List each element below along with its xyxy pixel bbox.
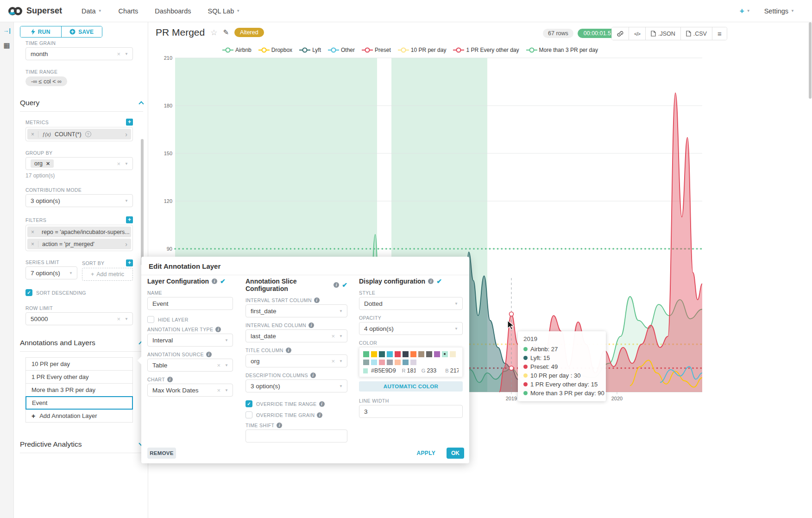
- color-swatch[interactable]: [450, 351, 456, 357]
- color-swatch[interactable]: [418, 351, 424, 357]
- automatic-color-button[interactable]: AUTOMATIC COLOR: [359, 381, 463, 392]
- color-swatch[interactable]: [387, 360, 393, 366]
- series-limit-select[interactable]: 7 option(s) ▼: [25, 266, 77, 279]
- color-swatch[interactable]: [379, 351, 385, 357]
- color-swatch[interactable]: [363, 360, 369, 366]
- description-columns-select[interactable]: 3 option(s) ▼: [245, 379, 347, 392]
- legend-item[interactable]: Airbnb: [222, 47, 252, 53]
- chevron-down-icon[interactable]: ▼: [339, 384, 343, 388]
- group-by-tag[interactable]: org✕: [31, 159, 54, 168]
- override-time-range-row[interactable]: ✓ OVERRIDE TIME RANGEi: [245, 400, 347, 407]
- sort-descending-row[interactable]: ✓ SORT DESCENDING: [25, 289, 133, 296]
- layer-type-select[interactable]: Interval ▼: [147, 334, 233, 347]
- sort-by-add-metric[interactable]: + Add metric: [82, 268, 133, 281]
- color-swatch[interactable]: [363, 351, 369, 357]
- b-value[interactable]: 217: [450, 367, 459, 374]
- window-scrollbar[interactable]: [809, 22, 812, 99]
- sort-descending-checkbox[interactable]: ✓: [25, 289, 32, 296]
- nav-item-data[interactable]: Data▼: [82, 7, 102, 15]
- hide-layer-row[interactable]: HIDE LAYER: [147, 316, 233, 323]
- more-options-button[interactable]: ≡: [712, 27, 727, 40]
- title-column-select[interactable]: org ×▼: [245, 354, 347, 367]
- line-width-input[interactable]: 3: [359, 405, 463, 418]
- color-swatch[interactable]: [371, 351, 377, 357]
- override-time-grain-row[interactable]: OVERRIDE TIME GRAINi: [245, 411, 347, 418]
- g-value[interactable]: 233: [427, 367, 436, 374]
- add-annotation-layer-row[interactable]: + Add Annotation Layer: [25, 409, 133, 423]
- apply-button[interactable]: APPLY: [412, 448, 440, 459]
- legend-item[interactable]: More than 3 PR per day: [526, 47, 598, 53]
- legend-item[interactable]: 10 PR per day: [397, 47, 447, 53]
- legend-item[interactable]: Other: [327, 47, 355, 53]
- ok-button[interactable]: OK: [447, 448, 464, 459]
- embed-code-button[interactable]: </>: [629, 27, 646, 40]
- color-swatch[interactable]: [395, 360, 401, 366]
- datasource-grid-icon[interactable]: ▦: [3, 41, 10, 50]
- chevron-down-icon[interactable]: ▼: [225, 338, 228, 342]
- group-by-select[interactable]: org✕ ×▼: [25, 157, 133, 170]
- chevron-down-icon[interactable]: ▼: [225, 363, 228, 367]
- override-time-range-checkbox[interactable]: ✓: [245, 400, 252, 407]
- color-swatch[interactable]: [403, 351, 409, 357]
- color-swatch[interactable]: [371, 360, 377, 366]
- clear-icon[interactable]: ×: [117, 51, 120, 57]
- add-metric-button[interactable]: +: [126, 119, 133, 126]
- new-item-button[interactable]: + ▼: [740, 6, 750, 16]
- chevron-down-icon[interactable]: ▼: [125, 52, 128, 56]
- override-time-grain-checkbox[interactable]: [245, 411, 252, 418]
- contribution-mode-select[interactable]: 3 option(s) ▼: [25, 194, 133, 207]
- style-select[interactable]: Dotted ▼: [359, 297, 463, 310]
- annotation-layer-row[interactable]: 1 PR Every other day: [25, 370, 133, 384]
- chevron-down-icon[interactable]: ▼: [339, 334, 343, 338]
- run-button[interactable]: RUN: [20, 26, 62, 37]
- clear-icon[interactable]: ×: [217, 387, 220, 394]
- export-json-button[interactable]: .JSON: [646, 27, 681, 40]
- metric-chip[interactable]: × ƒ(x) COUNT(*) ? ›: [27, 129, 131, 139]
- query-section-header[interactable]: Query: [20, 99, 148, 107]
- r-value[interactable]: 181: [407, 367, 415, 374]
- time-shift-input[interactable]: [245, 430, 347, 442]
- edit-pencil-icon[interactable]: ✎: [223, 28, 229, 37]
- collapse-sidebar-icon[interactable]: →|: [3, 27, 11, 34]
- interval-start-select[interactable]: first_date ▼: [245, 304, 347, 317]
- color-swatch[interactable]: [395, 351, 401, 357]
- time-grain-select[interactable]: month ×▼: [25, 47, 133, 60]
- share-link-button[interactable]: [612, 27, 629, 40]
- color-swatch[interactable]: [426, 351, 432, 357]
- settings-menu[interactable]: Settings ▼: [764, 7, 794, 15]
- chart-source-select[interactable]: Max Work Dates ×▼: [147, 384, 233, 397]
- clear-icon[interactable]: ×: [331, 333, 335, 340]
- annotation-layer-row[interactable]: More than 3 PR per day: [25, 383, 133, 397]
- annotation-source-select[interactable]: Table ×▼: [147, 359, 233, 372]
- row-limit-select[interactable]: 50000 ×▼: [25, 312, 133, 325]
- predictive-section-header[interactable]: Predictive Analytics: [20, 440, 148, 449]
- clear-icon[interactable]: ×: [217, 362, 220, 369]
- color-swatch[interactable]: [379, 360, 385, 366]
- annotations-section-header[interactable]: Annotations and Layers: [20, 339, 148, 347]
- legend-item[interactable]: Lyft: [299, 47, 321, 53]
- chevron-down-icon[interactable]: ▼: [125, 162, 128, 166]
- interval-end-select[interactable]: last_date ×▼: [245, 329, 347, 342]
- color-swatch[interactable]: [434, 351, 440, 357]
- clear-icon[interactable]: ×: [117, 160, 120, 167]
- annotation-layer-row[interactable]: Event: [25, 396, 133, 410]
- color-swatch[interactable]: [387, 351, 393, 357]
- hide-layer-checkbox[interactable]: [147, 316, 154, 323]
- opacity-select[interactable]: 4 option(s) ▼: [359, 322, 463, 335]
- chevron-down-icon[interactable]: ▼: [454, 327, 458, 331]
- chevron-right-icon[interactable]: ›: [125, 131, 127, 138]
- nav-item-dashboards[interactable]: Dashboards: [155, 7, 191, 15]
- annotation-layer-row[interactable]: 10 PR per day: [25, 357, 133, 371]
- color-swatch[interactable]: [410, 351, 416, 357]
- chevron-down-icon[interactable]: ▼: [225, 388, 228, 392]
- filter-chip[interactable]: ×repo = 'apache/incubator-supers...›: [27, 227, 131, 237]
- clear-icon[interactable]: ×: [331, 358, 335, 365]
- chevron-right-icon[interactable]: ›: [125, 240, 127, 248]
- clear-icon[interactable]: ×: [117, 316, 120, 322]
- save-button[interactable]: SAVE: [62, 26, 102, 37]
- nav-item-charts[interactable]: Charts: [119, 7, 138, 15]
- remove-filter-icon[interactable]: ×: [31, 229, 34, 235]
- chevron-down-icon[interactable]: ▼: [454, 302, 458, 306]
- chevron-down-icon[interactable]: ▼: [125, 317, 128, 321]
- export-csv-button[interactable]: .CSV: [681, 27, 712, 40]
